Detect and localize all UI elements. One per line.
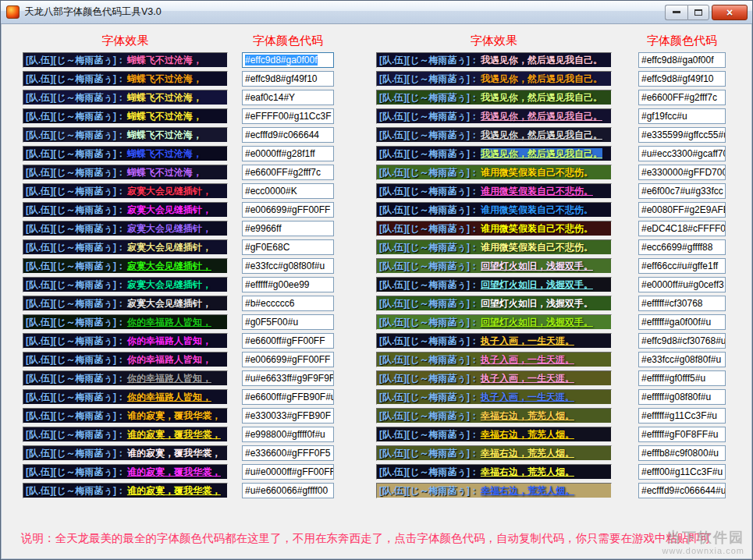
color-code-field[interactable]: #eDC4C18#cFFFF00 — [638, 221, 726, 236]
color-code-field[interactable]: #e9966ff — [242, 221, 334, 236]
color-code-field[interactable]: #effc9d8#gf49f10 — [638, 71, 726, 87]
color-code-field[interactable]: #eFFFF00#g11Cc3F — [242, 108, 334, 124]
color-code-field[interactable]: #eaf0c14#Y — [242, 90, 334, 105]
left-code-column: 字体颜色代码 #effc9d8#ga0f00f#effc9d8#gf49f10#… — [242, 32, 334, 498]
font-effect-preview: [队.伍][じ～梅雨菡ぅ]：蝴蝶飞不过沧海， — [23, 90, 228, 105]
color-code-field[interactable]: #e0000ff#g28f1ff — [242, 146, 334, 161]
color-code-field[interactable]: #efffff#ga0f00f#u — [638, 314, 726, 330]
font-effect-preview: [队.伍][じ～梅雨菡ぅ]：谁用微笑假装自己不悲伤。 — [376, 221, 612, 236]
chat-message: 谁用微笑假装自己不悲伤。 — [481, 242, 593, 253]
chat-prefix: [队.伍][じ～梅雨菡ぅ]： — [26, 73, 126, 84]
color-code-text: #eDC4C18#cFFFF00 — [641, 223, 726, 234]
chat-prefix: [队.伍][じ～梅雨菡ぅ]： — [26, 354, 126, 365]
color-code-field[interactable]: #efffb8#c9f0800#u — [638, 445, 726, 461]
right-code-header: 字体颜色代码 — [638, 32, 726, 52]
chat-prefix: [队.伍][じ～梅雨菡ぅ]： — [26, 186, 126, 197]
color-code-field[interactable]: #e6600ff#gFF00FF — [242, 333, 334, 349]
color-code-text: #e33fcc#g08f80f#u — [245, 261, 325, 271]
color-code-field[interactable]: #e006699#gFF00FF — [242, 352, 334, 367]
color-code-field[interactable]: #e006699#gFF00FF — [242, 202, 334, 218]
color-code-field[interactable]: #gf19fcc#u — [638, 108, 726, 124]
color-code-field[interactable]: #e330000#gFFD700 — [638, 165, 726, 180]
color-code-field[interactable]: #ecc0000#K — [242, 183, 334, 199]
color-code-field[interactable]: #e0080FF#g2E9AFE — [638, 202, 726, 218]
color-code-field[interactable]: #e336600#gFFF0F5 — [242, 445, 334, 461]
color-code-field[interactable]: #e6f00c7#u#g33fcc — [638, 183, 726, 199]
color-code-field[interactable]: #u#ecc3300#gcaff70 — [638, 146, 726, 161]
chat-message: 蝴蝶飞不过沧海， — [127, 55, 202, 66]
color-code-field[interactable]: #ecfffd9#c066644#u — [638, 483, 726, 498]
color-code-field[interactable]: #effc9d8#ga0f00f — [242, 52, 334, 68]
font-effect-preview: [队.伍][じ～梅雨菡ぅ]：执子入画，一生天涯。 — [376, 370, 612, 386]
font-effect-preview: [队.伍][じ～梅雨菡ぅ]：寂寞大会见缝插针， — [23, 296, 228, 311]
color-code-text: #effc9d8#gf49f10 — [641, 73, 714, 84]
chat-message: 你的幸福路人皆知， — [127, 335, 211, 346]
chat-message: 我遇见你，然后遇见我自己。 — [481, 92, 602, 103]
color-code-field[interactable]: #effc9d8#ga0f00f — [638, 52, 726, 68]
font-effect-preview: [队.伍][じ～梅雨菡ぅ]：我遇见你，然后遇见我自己。 — [376, 90, 612, 105]
color-code-field[interactable]: #efffff#gf0fff5#u — [638, 370, 726, 386]
color-code-text: #efffff#ga0f00f#u — [641, 317, 711, 328]
chat-prefix: [队.伍][じ～梅雨菡ぅ]： — [26, 335, 126, 346]
chat-message: 蝴蝶飞不过沧海， — [127, 148, 202, 159]
color-code-field[interactable]: #efffff#cf30768 — [638, 296, 726, 311]
color-code-text: #e33fcc#g08f80f#u — [641, 354, 721, 365]
chat-message: 谁的寂寞，覆我华裳， — [127, 410, 221, 421]
color-code-field[interactable]: #efffff#g11Cc3F#u — [638, 408, 726, 424]
color-code-field[interactable]: #effc9d8#cf30768#u — [638, 333, 726, 349]
chat-message: 谁用微笑假装自己不悲伤。 — [481, 223, 593, 234]
color-code-field[interactable]: #b#eccccc6 — [242, 296, 334, 311]
color-code-field[interactable]: #u#e0000ff#gFF00FF — [242, 464, 334, 480]
chat-prefix: [队.伍][じ～梅雨菡ぅ]： — [379, 129, 479, 140]
color-code-field[interactable]: #efff00#g11Cc3F#u — [638, 464, 726, 480]
chat-prefix: [队.伍][じ～梅雨菡ぅ]： — [379, 410, 479, 421]
minimize-icon — [673, 11, 680, 13]
right-code-rows: #effc9d8#ga0f00f#effc9d8#gf49f10#e6600FF… — [638, 52, 726, 498]
font-effect-preview: [队.伍][じ～梅雨菡ぅ]：谁的寂寞，覆我华裳， — [23, 427, 228, 442]
font-effect-preview: [队.伍][じ～梅雨菡ぅ]：你的幸福路人皆知， — [23, 352, 228, 367]
color-code-field[interactable]: #e33fcc#g08f80f#u — [242, 258, 334, 274]
color-code-field[interactable]: #ecfffd9#c066644 — [242, 127, 334, 143]
chat-message: 蝴蝶飞不过沧海， — [127, 167, 202, 178]
maximize-button[interactable] — [687, 5, 709, 20]
color-code-field[interactable]: #efffff#g08f80f#u — [638, 389, 726, 405]
color-code-field[interactable]: #e6600FF#g2fff7c — [638, 90, 726, 105]
color-code-field[interactable]: #e998800#gffff0f#u — [242, 427, 334, 442]
font-effect-preview: [队.伍][じ～梅雨菡ぅ]：我遇见你，然后遇见我自己。 — [376, 146, 612, 161]
color-code-field[interactable]: #u#e6633ff#g9F9F9F — [242, 370, 334, 386]
font-effect-preview: [队.伍][じ～梅雨菡ぅ]：寂寞大会见缝插针， — [23, 183, 228, 199]
color-code-text: #eff66cc#u#gffe1ff — [641, 261, 718, 271]
close-button[interactable]: × — [712, 5, 748, 20]
color-code-text: #ecfffd9#c066644 — [245, 129, 319, 140]
font-effect-preview: [队.伍][じ～梅雨菡ぅ]：执子入画，一生天涯。 — [376, 389, 612, 405]
color-code-field[interactable]: #efffff#gF0F8FF#u — [638, 427, 726, 442]
font-effect-preview: [队.伍][じ～梅雨菡ぅ]：谁用微笑假装自己不悲伤。 — [376, 165, 612, 180]
color-code-field[interactable]: #e33fcc#g08f80f#u — [638, 352, 726, 367]
color-code-field[interactable]: #g0F5F00#u — [242, 314, 334, 330]
color-code-field[interactable]: #ecc6699#gffff88 — [638, 239, 726, 255]
color-code-field[interactable]: #u#e660066#gffff00 — [242, 483, 334, 498]
color-code-field[interactable]: #effc9d8#gf49f10 — [242, 71, 334, 87]
watermark-site-name: 当下软件园 — [662, 530, 744, 546]
font-effect-preview: [队.伍][じ～梅雨菡ぅ]：寂寞大会见缝插针， — [23, 239, 228, 255]
window-controls: × — [665, 5, 748, 20]
chat-prefix: [队.伍][じ～梅雨菡ぅ]： — [26, 298, 126, 309]
minimize-button[interactable] — [665, 5, 687, 20]
color-code-field[interactable]: #e330033#gFFB90F — [242, 408, 334, 424]
app-icon — [6, 5, 20, 19]
color-code-field[interactable]: #e6600FF#g2fff7c — [242, 165, 334, 180]
chat-prefix: [队.伍][じ～梅雨菡ぅ]： — [379, 73, 479, 84]
chat-message: 执子入画，一生天涯。 — [481, 392, 574, 402]
color-code-field[interactable]: #e6600ff#gFFB90F#u — [242, 389, 334, 405]
color-code-field[interactable]: #e335599#gffcc55#u — [638, 127, 726, 143]
chat-prefix: [队.伍][じ～梅雨菡ぅ]： — [379, 261, 479, 271]
font-effect-preview: [队.伍][じ～梅雨菡ぅ]：幸福右边，荒芜人烟。 — [376, 483, 612, 498]
color-code-field[interactable]: #e0000ff#u#g0ceff3 — [638, 277, 726, 292]
app-window: 天龙八部字体颜色代码工具V3.0 × 字体效果 [队.伍][じ～梅雨菡ぅ]：蝴蝶… — [0, 0, 753, 560]
chat-message: 执子入画，一生天涯。 — [481, 373, 574, 384]
color-code-field[interactable]: #gF0E68C — [242, 239, 334, 255]
color-code-text: #effc9d8#ga0f00f — [245, 55, 318, 66]
color-code-field[interactable]: #efffff#g00ee99 — [242, 277, 334, 292]
chat-message: 我遇见你，然后遇见我自己。 — [481, 111, 602, 122]
color-code-field[interactable]: #eff66cc#u#gffe1ff — [638, 258, 726, 274]
